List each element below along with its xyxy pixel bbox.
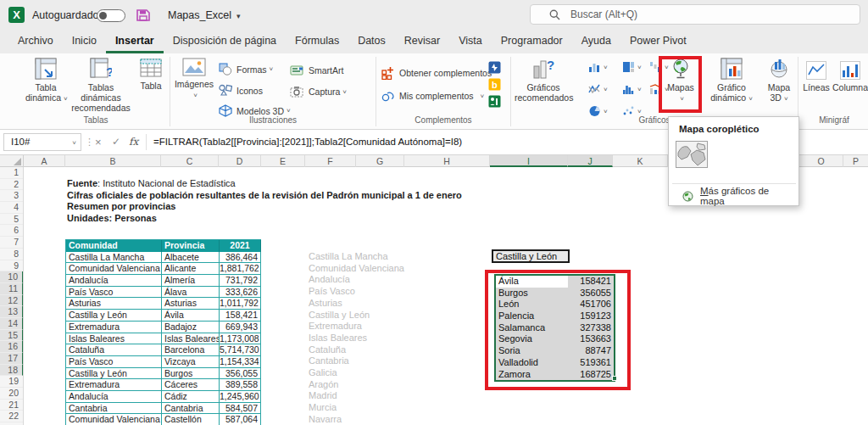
ribbon-tab[interactable]: Power Pivot bbox=[620, 31, 696, 53]
ribbon-tab[interactable]: Fórmulas bbox=[286, 31, 348, 53]
row-header[interactable]: 5 bbox=[0, 214, 23, 226]
insert-function-icon[interactable]: fx bbox=[129, 133, 138, 151]
note-line[interactable]: Cifras oficiales de población resultante… bbox=[67, 190, 462, 202]
formula-input[interactable]: =FILTRAR(Tabla2[[Provincia]:[2021]];Tabl… bbox=[153, 133, 462, 151]
cell-poblacion[interactable]: 731,792 bbox=[220, 275, 261, 287]
ribbon-tab[interactable]: Vista bbox=[449, 31, 492, 53]
col-header-F[interactable]: F bbox=[305, 155, 356, 167]
row-header[interactable]: 9 bbox=[0, 260, 23, 272]
spill-provincia-cell[interactable]: Palencia bbox=[496, 310, 568, 322]
shapes-button[interactable]: Formas˅ bbox=[219, 63, 273, 75]
map-3d-button[interactable]: Mapa 3D˅ bbox=[761, 58, 797, 104]
cell-provincia[interactable]: Burgos bbox=[162, 368, 220, 380]
region-list-item[interactable]: Asturias bbox=[309, 298, 404, 310]
col-header-C[interactable]: C bbox=[161, 155, 219, 167]
col-header-H[interactable]: H bbox=[404, 155, 490, 167]
ribbon-tab[interactable]: Disposición de página bbox=[164, 31, 286, 53]
addin-people-graph-button[interactable] bbox=[488, 95, 501, 108]
cell-poblacion[interactable]: 584,507 bbox=[220, 403, 261, 415]
table-header-comunidad[interactable]: Comunidad Autónoma bbox=[66, 240, 162, 252]
cell-poblacion[interactable]: 356,055 bbox=[220, 368, 261, 380]
ribbon-tab[interactable]: Datos bbox=[348, 31, 395, 53]
cell-provincia[interactable]: Ávila bbox=[162, 310, 220, 322]
document-title[interactable]: Mapas_Excel▾ bbox=[168, 0, 241, 31]
cell-poblacion[interactable]: 1,154,334 bbox=[220, 356, 261, 368]
search-input[interactable]: Buscar (Alt+Q) bbox=[530, 4, 860, 25]
spill-valor-cell[interactable]: 519361 bbox=[568, 357, 614, 369]
cell-provincia[interactable]: Asturias bbox=[162, 298, 220, 310]
cell-comunidad[interactable]: Islas Baleares bbox=[66, 333, 162, 345]
spill-valor-cell[interactable]: 159123 bbox=[568, 310, 614, 322]
cell-poblacion[interactable]: 158,421 bbox=[220, 310, 261, 322]
table-header-provincia[interactable]: Provincia bbox=[162, 240, 220, 252]
table-header-2021[interactable]: 2021 bbox=[220, 240, 261, 252]
insert-hierarchy-chart-button[interactable]: ˅ bbox=[622, 61, 642, 73]
region-list-item[interactable]: Castilla y León bbox=[309, 310, 404, 322]
ribbon-tab[interactable]: Inicio bbox=[63, 31, 106, 53]
more-map-charts-item[interactable]: Más gráficos de mapa bbox=[677, 188, 796, 204]
sparkline-line-button[interactable]: Líneas bbox=[802, 61, 831, 92]
row-header[interactable]: 19 bbox=[0, 376, 23, 388]
cell-comunidad[interactable]: Cataluña bbox=[66, 344, 162, 356]
cell-comunidad[interactable]: Andalucía bbox=[66, 275, 162, 287]
spill-provincia-cell[interactable]: Soria bbox=[496, 345, 568, 357]
row-header[interactable]: 22 bbox=[0, 411, 23, 422]
ribbon-tab[interactable]: Ayuda bbox=[572, 31, 620, 53]
region-list-item[interactable]: Cataluña bbox=[309, 344, 404, 356]
pivot-table-button[interactable]: Tabla dinámica˅ bbox=[25, 58, 66, 104]
region-list-item[interactable]: Murcia bbox=[309, 402, 404, 414]
table-button[interactable]: Tabla bbox=[134, 58, 168, 91]
cell-comunidad[interactable]: Andalucía bbox=[66, 391, 162, 403]
spill-valor-cell[interactable]: 356055 bbox=[568, 288, 614, 299]
row-header[interactable]: 6 bbox=[0, 225, 23, 237]
ribbon-tab[interactable]: Insertar bbox=[106, 31, 164, 53]
cell-comunidad[interactable]: Extremadura bbox=[66, 379, 162, 391]
recommended-charts-button[interactable]: ? Gráficos recomendados bbox=[515, 58, 572, 103]
spill-valor-cell[interactable]: 327338 bbox=[568, 322, 614, 334]
insert-line-chart-button[interactable]: ˅ bbox=[588, 83, 608, 95]
enter-icon[interactable]: ✓ bbox=[112, 133, 120, 151]
row-header[interactable]: 2 bbox=[0, 179, 23, 191]
sparkline-column-button[interactable]: Columna bbox=[832, 61, 868, 92]
cell-comunidad[interactable]: Cantabria bbox=[66, 403, 162, 415]
col-header-E[interactable]: E bbox=[261, 155, 305, 167]
region-list-item[interactable]: Castilla La Mancha bbox=[309, 251, 404, 263]
recommended-pivot-tables-button[interactable]: ? Tablas dinámicas recomendadas bbox=[68, 58, 134, 113]
insert-column-chart-button[interactable]: ˅ bbox=[588, 61, 608, 73]
addin-visio-button[interactable] bbox=[488, 61, 501, 74]
cell-poblacion[interactable]: 389,558 bbox=[220, 379, 261, 391]
row-header[interactable]: 11 bbox=[0, 283, 23, 295]
col-header-A[interactable]: A bbox=[24, 155, 65, 167]
spill-valor-cell[interactable]: 451706 bbox=[568, 299, 614, 310]
region-list-item[interactable]: Andalucía bbox=[309, 274, 404, 286]
row-header[interactable]: 13 bbox=[0, 306, 23, 318]
col-header-I[interactable]: I bbox=[490, 155, 568, 167]
row-header[interactable]: 20 bbox=[0, 388, 23, 400]
spill-provincia-cell[interactable]: Valladolid bbox=[496, 357, 568, 369]
maps-button[interactable]: Mapas ˅ bbox=[662, 59, 699, 104]
cell-poblacion[interactable]: 1,011,792 bbox=[220, 298, 261, 310]
cell-comunidad[interactable]: Extremadura bbox=[66, 322, 162, 333]
cell-poblacion[interactable]: 1,245,960 bbox=[220, 391, 261, 403]
cell-comunidad[interactable]: País Vasco bbox=[66, 356, 162, 368]
cell-comunidad[interactable]: Castilla y León bbox=[66, 368, 162, 380]
cell-poblacion[interactable]: 386,464 bbox=[220, 252, 261, 264]
cell-poblacion[interactable]: 1,173,008 bbox=[220, 333, 261, 345]
ribbon-tab[interactable]: Revisar bbox=[395, 31, 449, 53]
cell-poblacion[interactable]: 1,881,762 bbox=[220, 263, 261, 275]
icons-button[interactable]: Iconos bbox=[219, 84, 263, 97]
filter-criteria-cell[interactable]: Castilla y León bbox=[492, 249, 570, 263]
cell-provincia[interactable]: Islas Baleares bbox=[162, 333, 220, 345]
note-line[interactable]: Fuente: Instituto Nacional de Estadístic… bbox=[67, 178, 462, 190]
cell-poblacion[interactable]: 587,064 bbox=[220, 414, 261, 425]
region-list-item[interactable]: Islas Baleares bbox=[309, 333, 404, 344]
region-list-item[interactable]: Extremadura bbox=[309, 321, 404, 333]
cell-provincia[interactable]: Álava bbox=[162, 287, 220, 299]
cell-comunidad[interactable]: Asturias bbox=[66, 298, 162, 310]
col-header-G[interactable]: G bbox=[356, 155, 404, 167]
cell-provincia[interactable]: Cantabria bbox=[162, 403, 220, 415]
row-header[interactable]: 14 bbox=[0, 318, 23, 330]
screenshot-button[interactable]: Captura˅ bbox=[290, 86, 347, 98]
cell-comunidad[interactable]: Castilla La Mancha bbox=[66, 252, 162, 264]
region-list-item[interactable]: Madrid bbox=[309, 390, 404, 402]
